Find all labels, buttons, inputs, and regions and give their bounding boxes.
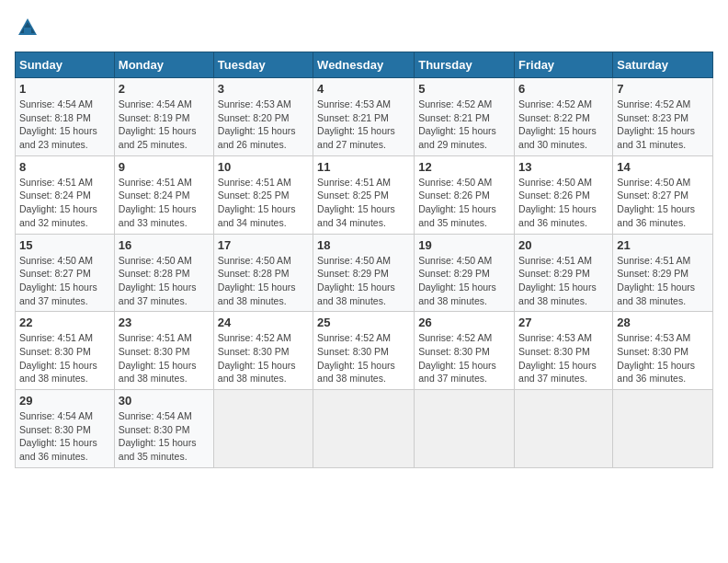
calendar-cell: 28 Sunrise: 4:53 AMSunset: 8:30 PMDaylig… [613, 312, 713, 390]
day-info: Sunrise: 4:51 AMSunset: 8:30 PMDaylight:… [119, 331, 210, 385]
day-number: 21 [617, 238, 709, 252]
calendar-cell [313, 390, 415, 468]
day-info: Sunrise: 4:51 AMSunset: 8:25 PMDaylight:… [218, 176, 309, 230]
day-number: 10 [218, 160, 309, 174]
calendar-cell: 24 Sunrise: 4:52 AMSunset: 8:30 PMDaylig… [213, 312, 313, 390]
day-number: 24 [218, 316, 309, 329]
day-info: Sunrise: 4:54 AMSunset: 8:30 PMDaylight:… [119, 409, 210, 464]
calendar-cell: 21 Sunrise: 4:51 AMSunset: 8:29 PMDaylig… [613, 234, 713, 312]
calendar-week-row: 1 Sunrise: 4:54 AMSunset: 8:18 PMDayligh… [16, 78, 713, 156]
day-number: 30 [119, 394, 210, 408]
calendar-cell: 10 Sunrise: 4:51 AMSunset: 8:25 PMDaylig… [213, 155, 313, 234]
day-number: 17 [218, 238, 309, 252]
logo [15, 15, 44, 40]
weekday-header-tuesday: Tuesday [213, 52, 313, 78]
day-info: Sunrise: 4:54 AMSunset: 8:18 PMDaylight:… [19, 98, 110, 152]
calendar-cell: 8 Sunrise: 4:51 AMSunset: 8:24 PMDayligh… [16, 155, 115, 234]
day-number: 22 [19, 316, 110, 329]
day-number: 19 [418, 238, 510, 252]
day-number: 5 [418, 82, 510, 96]
day-number: 29 [19, 394, 110, 408]
day-info: Sunrise: 4:52 AMSunset: 8:30 PMDaylight:… [317, 331, 410, 385]
calendar-cell: 7 Sunrise: 4:52 AMSunset: 8:23 PMDayligh… [613, 78, 713, 156]
day-info: Sunrise: 4:50 AMSunset: 8:29 PMDaylight:… [418, 254, 510, 308]
calendar-cell: 5 Sunrise: 4:52 AMSunset: 8:21 PMDayligh… [415, 78, 515, 156]
calendar-week-row: 29 Sunrise: 4:54 AMSunset: 8:30 PMDaylig… [16, 390, 713, 468]
day-number: 14 [617, 160, 709, 174]
day-info: Sunrise: 4:50 AMSunset: 8:27 PMDaylight:… [617, 176, 709, 230]
calendar-cell: 30 Sunrise: 4:54 AMSunset: 8:30 PMDaylig… [114, 390, 213, 468]
day-number: 16 [119, 238, 210, 252]
day-number: 7 [617, 82, 709, 96]
weekday-header-friday: Friday [515, 52, 613, 78]
day-number: 9 [119, 160, 210, 174]
day-number: 12 [418, 160, 510, 174]
day-info: Sunrise: 4:54 AMSunset: 8:19 PMDaylight:… [119, 98, 210, 152]
day-info: Sunrise: 4:52 AMSunset: 8:22 PMDaylight:… [518, 98, 609, 152]
calendar-cell: 13 Sunrise: 4:50 AMSunset: 8:26 PMDaylig… [515, 155, 613, 234]
day-number: 25 [317, 316, 410, 329]
day-info: Sunrise: 4:51 AMSunset: 8:24 PMDaylight:… [119, 176, 210, 230]
weekday-header-wednesday: Wednesday [313, 52, 415, 78]
day-info: Sunrise: 4:52 AMSunset: 8:30 PMDaylight:… [418, 331, 510, 385]
calendar-cell: 17 Sunrise: 4:50 AMSunset: 8:28 PMDaylig… [213, 234, 313, 312]
day-info: Sunrise: 4:50 AMSunset: 8:28 PMDaylight:… [218, 254, 309, 308]
calendar-cell: 19 Sunrise: 4:50 AMSunset: 8:29 PMDaylig… [415, 234, 515, 312]
day-number: 2 [119, 82, 210, 96]
day-info: Sunrise: 4:52 AMSunset: 8:21 PMDaylight:… [418, 98, 510, 152]
day-number: 20 [518, 238, 609, 252]
day-number: 8 [19, 160, 110, 174]
calendar-cell: 20 Sunrise: 4:51 AMSunset: 8:29 PMDaylig… [515, 234, 613, 312]
calendar-week-row: 22 Sunrise: 4:51 AMSunset: 8:30 PMDaylig… [16, 312, 713, 390]
calendar-cell: 9 Sunrise: 4:51 AMSunset: 8:24 PMDayligh… [114, 155, 213, 234]
weekday-header-thursday: Thursday [415, 52, 515, 78]
calendar-cell: 26 Sunrise: 4:52 AMSunset: 8:30 PMDaylig… [415, 312, 515, 390]
calendar-cell [613, 390, 713, 468]
day-info: Sunrise: 4:50 AMSunset: 8:29 PMDaylight:… [317, 254, 410, 308]
calendar-cell: 18 Sunrise: 4:50 AMSunset: 8:29 PMDaylig… [313, 234, 415, 312]
calendar-cell: 22 Sunrise: 4:51 AMSunset: 8:30 PMDaylig… [16, 312, 115, 390]
calendar-cell: 23 Sunrise: 4:51 AMSunset: 8:30 PMDaylig… [114, 312, 213, 390]
day-number: 3 [218, 82, 309, 96]
day-number: 1 [19, 82, 110, 96]
calendar-cell: 3 Sunrise: 4:53 AMSunset: 8:20 PMDayligh… [213, 78, 313, 156]
day-info: Sunrise: 4:54 AMSunset: 8:30 PMDaylight:… [19, 409, 110, 464]
calendar-week-row: 8 Sunrise: 4:51 AMSunset: 8:24 PMDayligh… [16, 155, 713, 234]
day-number: 26 [418, 316, 510, 329]
day-info: Sunrise: 4:52 AMSunset: 8:30 PMDaylight:… [218, 331, 309, 385]
calendar-cell: 27 Sunrise: 4:53 AMSunset: 8:30 PMDaylig… [515, 312, 613, 390]
day-info: Sunrise: 4:50 AMSunset: 8:26 PMDaylight:… [518, 176, 609, 230]
calendar-cell: 2 Sunrise: 4:54 AMSunset: 8:19 PMDayligh… [114, 78, 213, 156]
day-number: 28 [617, 316, 709, 329]
calendar-cell [415, 390, 515, 468]
calendar-header-row: SundayMondayTuesdayWednesdayThursdayFrid… [16, 52, 713, 78]
day-info: Sunrise: 4:50 AMSunset: 8:27 PMDaylight:… [19, 254, 110, 308]
calendar-cell: 1 Sunrise: 4:54 AMSunset: 8:18 PMDayligh… [16, 78, 115, 156]
calendar-cell: 12 Sunrise: 4:50 AMSunset: 8:26 PMDaylig… [415, 155, 515, 234]
day-info: Sunrise: 4:53 AMSunset: 8:30 PMDaylight:… [617, 331, 709, 385]
day-info: Sunrise: 4:53 AMSunset: 8:30 PMDaylight:… [518, 331, 609, 385]
calendar-cell: 16 Sunrise: 4:50 AMSunset: 8:28 PMDaylig… [114, 234, 213, 312]
weekday-header-saturday: Saturday [613, 52, 713, 78]
calendar-cell: 6 Sunrise: 4:52 AMSunset: 8:22 PMDayligh… [515, 78, 613, 156]
day-info: Sunrise: 4:51 AMSunset: 8:30 PMDaylight:… [19, 331, 110, 385]
day-info: Sunrise: 4:51 AMSunset: 8:24 PMDaylight:… [19, 176, 110, 230]
day-number: 18 [317, 238, 410, 252]
calendar-cell: 15 Sunrise: 4:50 AMSunset: 8:27 PMDaylig… [16, 234, 115, 312]
day-info: Sunrise: 4:51 AMSunset: 8:29 PMDaylight:… [518, 254, 609, 308]
weekday-header-monday: Monday [114, 52, 213, 78]
day-info: Sunrise: 4:50 AMSunset: 8:28 PMDaylight:… [119, 254, 210, 308]
calendar-cell: 11 Sunrise: 4:51 AMSunset: 8:25 PMDaylig… [313, 155, 415, 234]
day-number: 27 [518, 316, 609, 329]
calendar-cell [213, 390, 313, 468]
day-number: 4 [317, 82, 410, 96]
day-number: 13 [518, 160, 609, 174]
calendar-table: SundayMondayTuesdayWednesdayThursdayFrid… [15, 52, 713, 468]
calendar-cell: 4 Sunrise: 4:53 AMSunset: 8:21 PMDayligh… [313, 78, 415, 156]
logo-icon [15, 15, 40, 40]
day-info: Sunrise: 4:51 AMSunset: 8:29 PMDaylight:… [617, 254, 709, 308]
day-info: Sunrise: 4:53 AMSunset: 8:20 PMDaylight:… [218, 98, 309, 152]
svg-rect-2 [24, 28, 31, 35]
page-header [15, 15, 713, 40]
day-number: 23 [119, 316, 210, 329]
